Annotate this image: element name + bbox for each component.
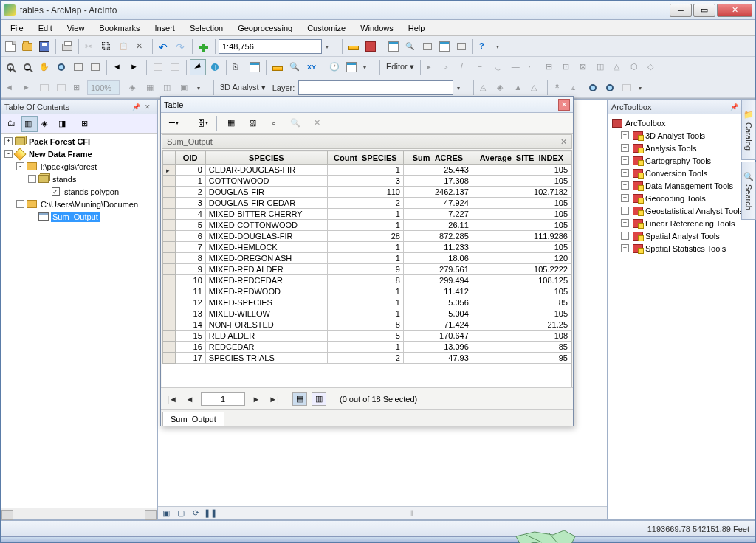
cell[interactable]: MIXED-HEMLOCK [205, 242, 327, 253]
column-header[interactable]: SPECIES [205, 151, 327, 165]
table-grid[interactable]: OIDSPECIESCount_SPECIESSum_ACRESAverage_… [162, 150, 572, 387]
table-row[interactable]: 8MIXED-OREGON ASH118.06120 [163, 253, 571, 264]
cell[interactable]: 5 [327, 331, 403, 342]
data-view-button[interactable]: ▣ [161, 508, 171, 519]
related-tables-button[interactable]: 🗄▾ [193, 115, 212, 131]
cell[interactable]: 105 [472, 286, 571, 297]
cell[interactable]: 105 [472, 242, 571, 253]
cell[interactable]: 108 [472, 331, 571, 342]
analyst-btn-4[interactable]: ◈ [126, 80, 142, 96]
menu-file[interactable]: File [4, 21, 30, 35]
toc-close-button[interactable]: ✕ [142, 102, 154, 112]
globe-button-2[interactable] [602, 80, 618, 96]
table-row[interactable]: 12MIXED-SPECIES15.05685 [163, 297, 571, 308]
table-row[interactable]: 13MIXED-WILLOW15.004105 [163, 308, 571, 319]
model-builder-button[interactable] [453, 38, 470, 55]
cell[interactable]: 18.06 [403, 253, 472, 264]
table-row[interactable]: 1COTTONWOOD317.308105 [163, 176, 571, 187]
first-record-button[interactable]: |◄ [165, 392, 179, 406]
cell[interactable]: 105 [472, 209, 571, 220]
cell[interactable]: 5 [175, 220, 205, 231]
tree-row[interactable]: -C:\Users\Muning\Documen [3, 198, 155, 210]
cell[interactable]: 299.494 [403, 275, 472, 286]
toolbox-item[interactable]: +3D Analyst Tools [611, 129, 752, 142]
cell[interactable]: 1 [175, 176, 205, 187]
delete-selected-button[interactable]: ✕ [307, 115, 326, 131]
cell[interactable]: 17.308 [403, 176, 472, 187]
next-record-button[interactable]: ► [250, 392, 263, 406]
cell[interactable]: 1 [327, 253, 403, 264]
toolbar-chevron[interactable] [360, 59, 377, 75]
row-selector[interactable] [163, 264, 176, 275]
zoom-percent[interactable] [87, 80, 120, 95]
cell[interactable]: 105.2222 [472, 264, 571, 275]
cell[interactable]: 6 [175, 231, 205, 242]
menu-windows[interactable]: Windows [354, 21, 400, 35]
tree-label[interactable]: Sum_Output [51, 212, 100, 222]
table-row[interactable]: 10MIXED-REDCEDAR8299.494108.125 [163, 275, 571, 286]
search-button[interactable] [402, 38, 419, 55]
cell[interactable]: 8 [175, 253, 205, 264]
select-elements-button[interactable] [190, 59, 206, 75]
list-by-visibility-button[interactable]: ◈ [38, 116, 55, 132]
expand-button[interactable]: + [621, 144, 629, 152]
cell[interactable]: 47.93 [403, 353, 472, 364]
add-data-button[interactable] [196, 38, 212, 55]
cell[interactable]: 13 [175, 308, 205, 319]
expand-button[interactable]: + [621, 207, 629, 215]
tree-row[interactable]: ✓stands polygon [3, 185, 155, 198]
cell[interactable]: 108.125 [472, 275, 571, 286]
expand-button[interactable]: + [621, 156, 629, 165]
cell[interactable]: RED ALDER [205, 331, 327, 342]
cell[interactable]: 1 [327, 286, 403, 297]
expand-button[interactable]: + [621, 131, 629, 139]
layer-checkbox[interactable]: ✓ [49, 187, 61, 197]
cell[interactable]: MIXED-REDWOOD [205, 286, 327, 297]
identify-button[interactable] [207, 59, 223, 75]
editor-toolbar-button[interactable] [346, 38, 362, 55]
cell[interactable]: 85 [472, 342, 571, 353]
row-selector[interactable] [163, 187, 176, 198]
column-header[interactable]: Average_SITE_INDEX [472, 151, 571, 165]
toolbox-button[interactable] [362, 38, 379, 55]
search-tab[interactable]: 🔍Search [741, 162, 756, 220]
editor-menu[interactable]: Editor ▾ [383, 62, 417, 72]
menu-selection[interactable]: Selection [183, 21, 230, 35]
tree-row[interactable]: -stands [3, 173, 155, 185]
expand-button[interactable]: + [621, 181, 629, 190]
cell[interactable]: DOUGLAS-FIR [205, 187, 327, 198]
cell[interactable]: 105 [472, 308, 571, 319]
forward-extent-button[interactable]: ► [127, 59, 143, 75]
cut-button[interactable] [82, 38, 98, 55]
cell[interactable]: 102.7182 [472, 187, 571, 198]
cell[interactable]: COTTONWOOD [205, 176, 327, 187]
table-row[interactable]: 15RED ALDER5170.647108 [163, 331, 571, 342]
cell[interactable]: 8 [327, 275, 403, 286]
expand-button[interactable]: + [621, 169, 629, 177]
menu-edit[interactable]: Edit [32, 21, 59, 35]
cell[interactable]: 170.647 [403, 331, 472, 342]
paste-button[interactable] [116, 38, 132, 55]
expand-button[interactable]: + [621, 232, 629, 240]
cell[interactable]: 2 [327, 198, 403, 209]
catalog-tab[interactable]: 📁Catalog [741, 100, 756, 160]
analyst-btn-6[interactable]: ◫ [160, 80, 176, 96]
prev-button[interactable]: ◄ [2, 80, 18, 96]
toolbar-chevron-3[interactable] [194, 80, 210, 96]
tree-row[interactable]: +Pack Forest CFI [3, 135, 155, 148]
expand-button[interactable]: - [4, 150, 13, 158]
row-selector[interactable] [163, 176, 176, 187]
python-button[interactable] [436, 38, 453, 55]
list-by-selection-button[interactable]: ◨ [55, 116, 72, 132]
toolbox-item[interactable]: +Conversion Tools [611, 167, 752, 179]
zoom-to-selected-button[interactable]: 🔍 [286, 115, 305, 131]
analyst-btn-1[interactable] [36, 80, 52, 96]
analyst-btn-5[interactable]: ▦ [143, 80, 159, 96]
pan-button[interactable] [36, 59, 52, 75]
cell[interactable]: MIXED-OREGON ASH [205, 253, 327, 264]
layer-dropdown-button[interactable] [454, 80, 470, 96]
globe-button-1[interactable] [585, 80, 601, 96]
cell[interactable]: 120 [472, 253, 571, 264]
row-selector[interactable] [163, 209, 176, 220]
row-selector[interactable] [163, 253, 176, 264]
